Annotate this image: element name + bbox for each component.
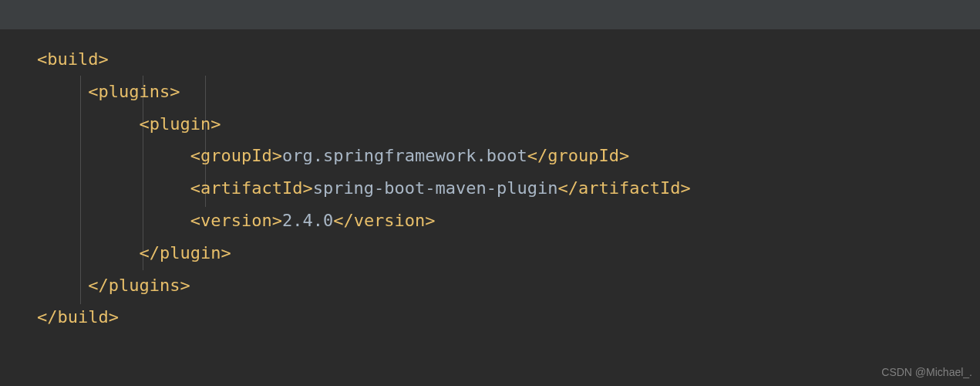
xml-tag: </artifactId>	[558, 178, 691, 198]
xml-tag: <groupId>	[190, 146, 282, 165]
watermark: CSDN @Michael_.	[881, 362, 972, 383]
xml-tag: <version>	[190, 211, 282, 230]
xml-tag: </build>	[37, 307, 119, 327]
code-line[interactable]: <plugins>	[37, 76, 943, 108]
xml-text: spring-boot-maven-plugin	[313, 178, 558, 198]
xml-tag: <build>	[37, 49, 109, 69]
code-editor[interactable]: <build> <plugins> <plugin> <groupId>org.…	[0, 29, 980, 334]
xml-tag: </plugin>	[139, 243, 231, 262]
xml-text: 2.4.0	[282, 211, 333, 230]
code-line[interactable]: <plugin>	[37, 108, 943, 141]
xml-tag: <plugins>	[88, 82, 180, 101]
xml-text: org.springframework.boot	[282, 146, 527, 165]
xml-tag: <artifactId>	[190, 178, 313, 198]
xml-tag: <plugin>	[139, 114, 221, 134]
code-line[interactable]: <artifactId>spring-boot-maven-plugin</ar…	[37, 172, 943, 205]
code-line[interactable]: <build>	[37, 43, 943, 76]
code-line[interactable]: </plugins>	[37, 269, 943, 302]
xml-tag: </version>	[333, 211, 435, 230]
code-line[interactable]: <version>2.4.0</version>	[37, 205, 943, 237]
editor-toolbar	[0, 0, 980, 29]
code-line[interactable]: </build>	[37, 301, 943, 334]
code-line[interactable]: </plugin>	[37, 237, 943, 269]
xml-tag: </plugins>	[88, 276, 190, 295]
code-line[interactable]: <groupId>org.springframework.boot</group…	[37, 140, 943, 172]
xml-tag: </groupId>	[527, 146, 629, 165]
